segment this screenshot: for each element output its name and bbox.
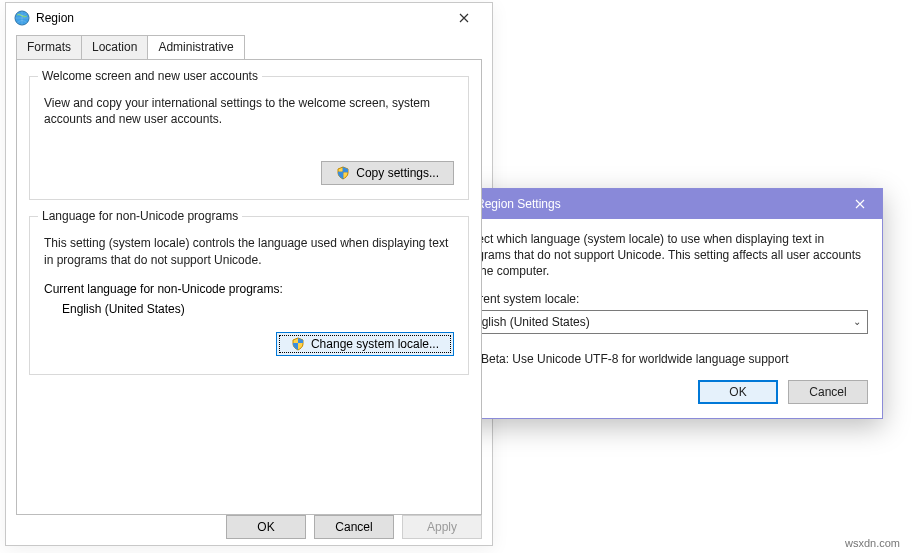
chevron-down-icon: ⌄ (853, 316, 861, 327)
welcome-screen-desc: View and copy your international setting… (44, 95, 454, 127)
region-ok-button[interactable]: OK (226, 515, 306, 539)
welcome-screen-group-title: Welcome screen and new user accounts (38, 69, 262, 83)
region-settings-dialog: Region Settings Select which language (s… (445, 188, 883, 419)
settings-title: Region Settings (476, 197, 561, 211)
close-icon (855, 199, 865, 209)
settings-locale-label: Current system locale: (460, 292, 868, 306)
non-unicode-desc: This setting (system locale) controls th… (44, 235, 454, 267)
settings-dialog-buttons: OK Cancel (460, 380, 868, 404)
tab-location[interactable]: Location (81, 35, 148, 59)
region-apply-button: Apply (402, 515, 482, 539)
region-dialog-buttons: OK Cancel Apply (226, 515, 482, 539)
administrative-panel: Welcome screen and new user accounts Vie… (16, 59, 482, 515)
tab-formats[interactable]: Formats (16, 35, 82, 59)
source-tag: wsxdn.com (845, 537, 900, 549)
non-unicode-group-title: Language for non-Unicode programs (38, 209, 242, 223)
shield-icon (291, 337, 305, 351)
settings-ok-button[interactable]: OK (698, 380, 778, 404)
settings-titlebar: Region Settings (446, 189, 882, 219)
system-locale-value: English (United States) (467, 315, 590, 329)
welcome-screen-group: Welcome screen and new user accounts Vie… (29, 76, 469, 200)
globe-icon (14, 10, 30, 26)
region-tabs: Formats Location Administrative (6, 35, 492, 59)
settings-body: Select which language (system locale) to… (446, 219, 882, 416)
close-icon (459, 13, 469, 23)
current-language-value: English (United States) (62, 302, 454, 316)
settings-cancel-button[interactable]: Cancel (788, 380, 868, 404)
settings-close-button[interactable] (838, 189, 882, 219)
region-cancel-button[interactable]: Cancel (314, 515, 394, 539)
region-dialog: Region Formats Location Administrative W… (5, 2, 493, 546)
beta-utf8-row: Beta: Use Unicode UTF-8 for worldwide la… (460, 352, 868, 366)
region-titlebar: Region (6, 3, 492, 33)
system-locale-dropdown[interactable]: English (United States) ⌄ (460, 310, 868, 334)
current-language-label: Current language for non-Unicode program… (44, 282, 454, 296)
shield-icon (336, 166, 350, 180)
non-unicode-group: Language for non-Unicode programs This s… (29, 216, 469, 374)
settings-desc: Select which language (system locale) to… (460, 231, 868, 280)
region-title: Region (36, 11, 74, 25)
tab-administrative[interactable]: Administrative (147, 35, 244, 59)
copy-settings-button[interactable]: Copy settings... (321, 161, 454, 185)
copy-settings-label: Copy settings... (356, 166, 439, 180)
region-close-button[interactable] (444, 6, 484, 30)
change-system-locale-button[interactable]: Change system locale... (276, 332, 454, 356)
beta-utf8-label: Beta: Use Unicode UTF-8 for worldwide la… (481, 352, 789, 366)
change-system-locale-label: Change system locale... (311, 337, 439, 351)
